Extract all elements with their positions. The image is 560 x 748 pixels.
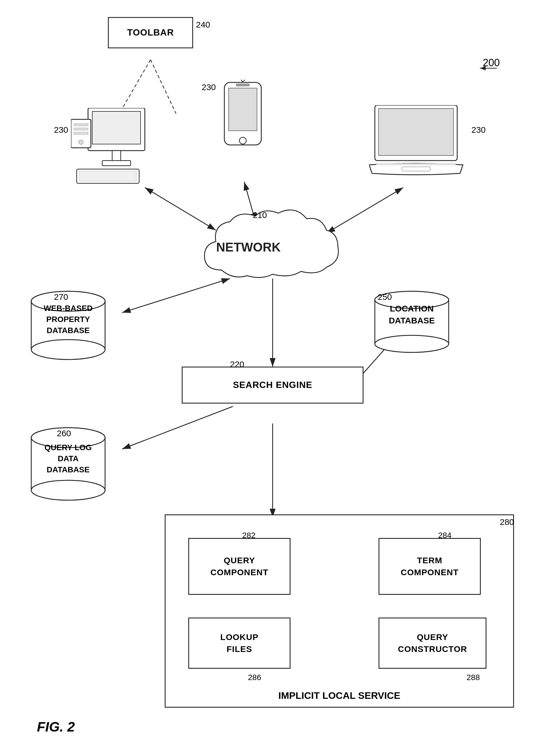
query-constructor-box: QUERYCONSTRUCTOR: [379, 617, 486, 669]
lookup-files-label: LOOKUPFILES: [220, 631, 259, 655]
network-cloud: NETWORK: [193, 208, 352, 287]
web-db-label: WEB-BASEDPROPERTYDATABASE: [28, 303, 108, 336]
svg-point-30: [241, 79, 244, 81]
search-engine-label: SEARCH ENGINE: [233, 379, 312, 391]
svg-rect-21: [74, 132, 88, 135]
search-engine-ref: 220: [230, 359, 244, 369]
toolbar-ref: 240: [196, 20, 210, 29]
svg-line-10: [122, 406, 233, 449]
svg-rect-32: [379, 109, 454, 156]
term-component-box: TERMCOMPONENT: [379, 538, 481, 595]
svg-rect-19: [74, 124, 88, 126]
svg-rect-24: [79, 171, 136, 181]
system-ref: 200: [483, 57, 500, 69]
query-constructor-ref: 288: [467, 673, 480, 682]
client1-ref: 230: [54, 125, 68, 135]
svg-text:NETWORK: NETWORK: [216, 240, 281, 254]
svg-line-2: [119, 60, 150, 114]
network-ref: 210: [253, 210, 267, 220]
query-log-label: QUERY LOGDATADATABASE: [28, 442, 108, 475]
svg-rect-15: [92, 111, 141, 144]
mobile-client: [216, 79, 273, 170]
lookup-files-box: LOOKUPFILES: [188, 617, 291, 669]
desktop-client: [71, 108, 162, 188]
svg-point-22: [79, 140, 83, 144]
query-component-box: QUERYCOMPONENT: [188, 538, 291, 595]
term-component-label: TERMCOMPONENT: [401, 555, 459, 578]
svg-rect-27: [236, 84, 250, 86]
diagram: TOOLBAR 240 200 230: [0, 0, 560, 748]
svg-point-46: [31, 480, 105, 500]
web-db-ref: 270: [54, 292, 68, 302]
implicit-local-ref: 280: [500, 517, 514, 527]
svg-point-42: [375, 335, 449, 352]
implicit-local-label: IMPLICIT LOCAL SERVICE: [166, 690, 513, 701]
fig-label: FIG. 2: [37, 719, 75, 734]
implicit-local-service-box: IMPLICIT LOCAL SERVICE QUERYCOMPONENT 28…: [165, 514, 514, 708]
query-component-label: QUERYCOMPONENT: [211, 555, 268, 578]
svg-rect-20: [74, 128, 88, 130]
svg-point-28: [239, 137, 246, 144]
laptop-client: [369, 105, 466, 185]
search-engine-box: SEARCH ENGINE: [182, 367, 364, 403]
query-component-ref: 282: [242, 531, 255, 540]
svg-point-38: [31, 340, 105, 359]
svg-line-3: [150, 60, 176, 114]
toolbar-box: TOOLBAR: [108, 17, 193, 48]
term-component-ref: 284: [438, 531, 452, 540]
svg-rect-33: [402, 167, 430, 171]
svg-rect-17: [102, 161, 131, 166]
client3-ref: 230: [471, 125, 486, 135]
toolbar-label: TOOLBAR: [127, 27, 174, 39]
svg-rect-34: [376, 163, 456, 165]
location-db-label: LOCATIONDATABASE: [372, 303, 452, 327]
svg-rect-26: [228, 88, 257, 131]
client2-ref: 230: [202, 83, 216, 92]
query-constructor-label: QUERYCONSTRUCTOR: [398, 631, 467, 655]
location-db-ref: 250: [378, 292, 392, 302]
lookup-files-ref: 286: [248, 673, 261, 682]
query-log-ref: 260: [57, 428, 71, 438]
